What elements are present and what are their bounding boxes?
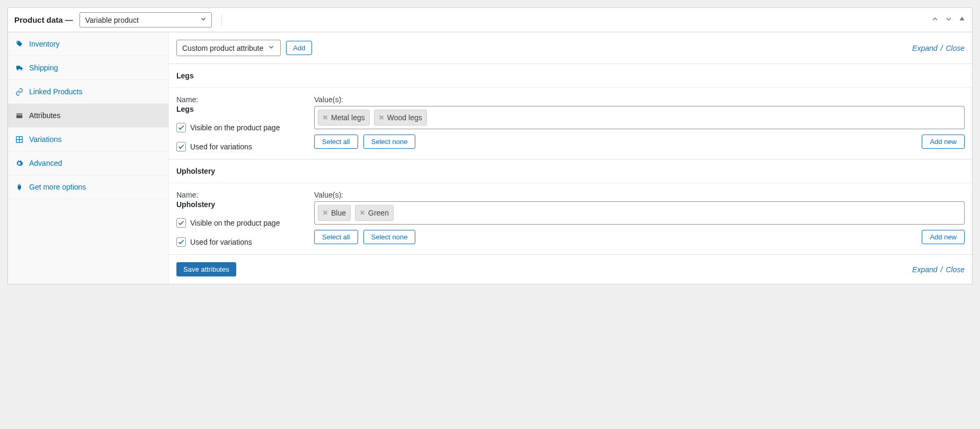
gear-icon [14,159,24,167]
visible-row: Visible on the product page [176,218,304,228]
attribute-value-tag[interactable]: ✕Wood legs [374,110,427,126]
chevron-down-icon[interactable] [945,15,953,25]
visible-label: Visible on the product page [190,123,280,132]
sidebar-item-label: Advanced [29,159,62,167]
attribute-title[interactable]: Legs [169,64,972,87]
add-button[interactable]: Add [286,41,312,55]
select-all-button[interactable]: Select all [314,135,358,149]
divider [221,14,222,26]
tag-label: Blue [331,209,346,217]
plug-icon [14,183,24,191]
attribute-value-tag[interactable]: ✕Metal legs [318,110,370,126]
expand-close: Expand / Close [912,44,965,52]
sidebar-item-label: Inventory [29,40,60,48]
attribute-title[interactable]: Upholstery [169,159,972,183]
expand-close-footer: Expand / Close [912,265,965,274]
sep: / [940,44,942,52]
chevron-up-icon[interactable] [931,15,939,25]
link-icon [14,88,24,96]
remove-icon[interactable]: ✕ [323,114,328,121]
sidebar-item-advanced[interactable]: Advanced [8,151,168,175]
sidebar-item-shipping[interactable]: Shipping [8,56,168,80]
attribute-value-tag[interactable]: ✕Blue [318,205,351,221]
sidebar-item-label: Variations [29,135,61,144]
card-icon [14,112,24,120]
close-link[interactable]: Close [946,44,965,52]
add-new-button[interactable]: Add new [922,230,965,244]
attribute-type-select[interactable]: Custom product attribute [176,40,281,56]
product-type-select[interactable]: Variable product [79,12,212,28]
sidebar-item-label: Attributes [29,111,60,120]
svg-rect-1 [16,113,22,118]
visible-row: Visible on the product page [176,123,304,132]
attribute-block: Upholstery Name: Upholstery Visible on t… [169,159,972,254]
values-label: Value(s): [314,95,965,104]
variations-row: Used for variations [176,237,304,247]
variations-row: Used for variations [176,142,304,151]
tag-label: Metal legs [331,113,365,122]
used-variations-checkbox[interactable] [176,237,186,247]
used-variations-checkbox[interactable] [176,142,186,151]
svg-rect-2 [16,114,22,115]
sidebar-item-label: Shipping [29,64,58,72]
visible-label: Visible on the product page [190,219,280,227]
sidebar-item-get-more[interactable]: Get more options [8,175,168,199]
value-actions: Select all Select none Add new [314,230,965,244]
chevron-down-icon [200,15,207,24]
sidebar-item-label: Linked Products [29,87,82,96]
expand-link[interactable]: Expand [912,265,937,274]
remove-icon[interactable]: ✕ [379,114,384,121]
attribute-left: Name: Upholstery Visible on the product … [176,191,304,247]
sidebar: Inventory Shipping Linked Products Attri… [8,32,169,284]
attribute-body: Name: Legs Visible on the product page U… [169,87,972,159]
values-input[interactable]: ✕Blue✕Green [314,201,965,225]
select-all-button[interactable]: Select all [314,230,358,244]
attribute-name: Legs [176,105,304,113]
select-none-button[interactable]: Select none [363,230,416,244]
attribute-type-value: Custom product attribute [182,44,263,52]
visible-checkbox[interactable] [176,123,186,132]
sidebar-item-variations[interactable]: Variations [8,128,168,151]
remove-icon[interactable]: ✕ [323,209,328,217]
panel-title: Product data — [14,15,73,24]
attribute-right: Value(s): ✕Metal legs✕Wood legs Select a… [314,95,965,151]
select-none-button[interactable]: Select none [363,135,416,149]
sidebar-item-linked-products[interactable]: Linked Products [8,80,168,104]
attribute-value-tag[interactable]: ✕Green [355,205,394,221]
triangle-up-icon[interactable] [958,15,966,25]
product-type-value: Variable product [85,16,139,24]
remove-icon[interactable]: ✕ [360,209,365,217]
tag-label: Green [368,209,389,217]
expand-link[interactable]: Expand [912,44,937,52]
attribute-block: Legs Name: Legs Visible on the product p… [169,64,972,159]
panel-header: Product data — Variable product [8,8,972,32]
attribute-right: Value(s): ✕Blue✕Green Select all Select … [314,191,965,247]
close-link[interactable]: Close [946,265,965,274]
variations-label: Used for variations [190,238,252,246]
attribute-name: Upholstery [176,200,304,209]
toolbar: Custom product attribute Add Expand / Cl… [169,32,972,64]
attribute-body: Name: Upholstery Visible on the product … [169,183,972,254]
name-label: Name: [176,95,304,104]
footer: Save attributes Expand / Close [169,254,972,284]
tag-label: Wood legs [387,113,422,122]
value-actions: Select all Select none Add new [314,135,965,149]
save-attributes-button[interactable]: Save attributes [176,262,236,276]
visible-checkbox[interactable] [176,218,186,228]
values-label: Value(s): [314,191,965,199]
tag-icon [14,40,24,48]
truck-icon [14,64,24,72]
content: Custom product attribute Add Expand / Cl… [169,32,972,284]
grid-icon [14,136,24,144]
panel-controls [931,15,966,25]
sidebar-item-inventory[interactable]: Inventory [8,32,168,56]
attribute-left: Name: Legs Visible on the product page U… [176,95,304,151]
sidebar-item-attributes[interactable]: Attributes [8,104,168,128]
add-new-button[interactable]: Add new [922,135,965,149]
values-input[interactable]: ✕Metal legs✕Wood legs [314,106,965,129]
panel-body: Inventory Shipping Linked Products Attri… [8,32,972,284]
product-data-panel: Product data — Variable product Inventor… [7,7,973,284]
sidebar-item-label: Get more options [29,183,86,191]
sep: / [940,265,942,274]
svg-marker-0 [959,17,964,21]
